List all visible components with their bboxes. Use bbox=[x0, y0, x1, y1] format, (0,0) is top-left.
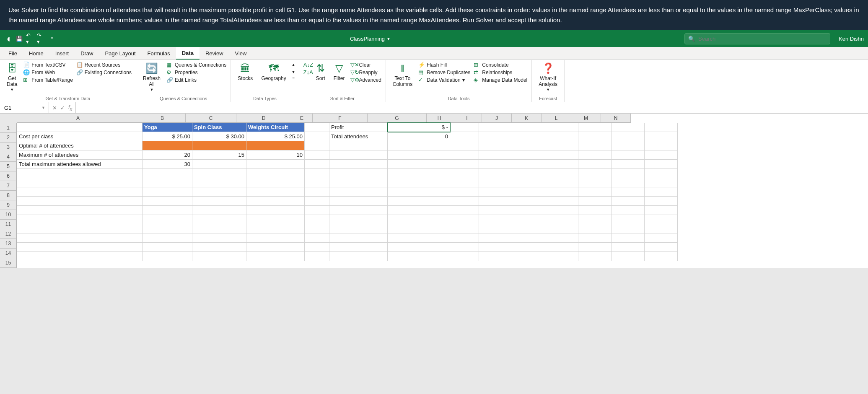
cell[interactable] bbox=[645, 197, 678, 206]
cell[interactable] bbox=[512, 150, 545, 160]
cell[interactable] bbox=[512, 141, 545, 150]
cell[interactable] bbox=[305, 233, 329, 243]
row-header[interactable]: 15 bbox=[0, 258, 17, 268]
cell[interactable] bbox=[479, 187, 512, 197]
tab-view[interactable]: View bbox=[229, 48, 253, 59]
cell[interactable] bbox=[192, 215, 246, 224]
cell[interactable] bbox=[645, 178, 678, 187]
flash-fill-button[interactable]: ⚡Flash Fill bbox=[418, 62, 470, 68]
datatype-down-icon[interactable]: ▾ bbox=[292, 69, 295, 75]
cell[interactable] bbox=[578, 178, 611, 187]
cell[interactable] bbox=[143, 233, 192, 243]
cell[interactable] bbox=[388, 252, 450, 261]
cell[interactable] bbox=[329, 169, 388, 178]
cell[interactable]: Weights Circuit bbox=[246, 123, 305, 132]
cell[interactable] bbox=[388, 197, 450, 206]
clear-filter-button[interactable]: ▽✕Clear bbox=[350, 62, 381, 68]
cell[interactable] bbox=[305, 178, 329, 187]
cell[interactable] bbox=[611, 206, 645, 215]
name-box[interactable]: ▼ bbox=[0, 102, 49, 113]
cell[interactable] bbox=[246, 206, 305, 215]
cell[interactable] bbox=[479, 243, 512, 252]
cell[interactable] bbox=[545, 123, 578, 132]
cell[interactable] bbox=[17, 252, 143, 261]
refresh-all-button[interactable]: 🔄 Refresh All ▼ bbox=[140, 62, 163, 93]
cell[interactable] bbox=[645, 243, 678, 252]
relationships-button[interactable]: ⇄Relationships bbox=[474, 69, 527, 75]
consolidate-button[interactable]: ⊞Consolidate bbox=[474, 62, 527, 68]
cell[interactable] bbox=[305, 187, 329, 197]
fx-icon[interactable]: fx bbox=[68, 104, 72, 111]
cell[interactable] bbox=[450, 243, 479, 252]
cell[interactable] bbox=[305, 224, 329, 233]
cell[interactable] bbox=[512, 123, 545, 132]
cell[interactable] bbox=[578, 215, 611, 224]
datatype-more-icon[interactable]: ⁼ bbox=[292, 76, 295, 82]
cell[interactable] bbox=[479, 252, 512, 261]
cell[interactable] bbox=[388, 150, 450, 160]
cell[interactable] bbox=[450, 141, 479, 150]
cell[interactable] bbox=[479, 178, 512, 187]
filter-button[interactable]: ▽ Filter bbox=[331, 62, 347, 82]
cell[interactable] bbox=[329, 160, 388, 169]
cell[interactable] bbox=[645, 160, 678, 169]
cell[interactable] bbox=[512, 197, 545, 206]
cell[interactable] bbox=[545, 215, 578, 224]
cell[interactable] bbox=[305, 215, 329, 224]
sort-az-button[interactable]: A↓Z bbox=[303, 62, 310, 68]
column-header[interactable]: J bbox=[482, 114, 512, 123]
cell[interactable] bbox=[512, 243, 545, 252]
cell[interactable] bbox=[143, 215, 192, 224]
cell[interactable] bbox=[578, 169, 611, 178]
cell[interactable] bbox=[329, 215, 388, 224]
cell[interactable] bbox=[192, 178, 246, 187]
cell[interactable] bbox=[645, 141, 678, 150]
cell[interactable] bbox=[479, 197, 512, 206]
sort-button[interactable]: ⇅ Sort bbox=[314, 62, 328, 82]
cell[interactable] bbox=[450, 224, 479, 233]
cell[interactable] bbox=[388, 233, 450, 243]
document-name[interactable]: ClassPlanning▼ bbox=[65, 36, 676, 42]
cell[interactable] bbox=[545, 169, 578, 178]
cell[interactable] bbox=[143, 206, 192, 215]
cell[interactable] bbox=[305, 197, 329, 206]
from-table-range-button[interactable]: ⊞From Table/Range bbox=[23, 77, 73, 83]
cell[interactable] bbox=[388, 141, 450, 150]
cell[interactable] bbox=[479, 123, 512, 132]
cell[interactable] bbox=[645, 150, 678, 160]
cell[interactable] bbox=[578, 187, 611, 197]
cell[interactable] bbox=[329, 150, 388, 160]
cell[interactable] bbox=[246, 197, 305, 206]
cell[interactable] bbox=[578, 197, 611, 206]
cell[interactable] bbox=[329, 197, 388, 206]
tab-insert[interactable]: Insert bbox=[49, 48, 75, 59]
cell[interactable] bbox=[450, 178, 479, 187]
cell[interactable] bbox=[611, 197, 645, 206]
cell[interactable]: 20 bbox=[143, 150, 192, 160]
row-header[interactable]: 10 bbox=[0, 210, 17, 220]
column-header[interactable]: G bbox=[368, 114, 427, 123]
cell[interactable]: Total attendees bbox=[329, 132, 388, 141]
cell[interactable] bbox=[143, 252, 192, 261]
cell[interactable] bbox=[578, 141, 611, 150]
cell[interactable] bbox=[479, 160, 512, 169]
cell[interactable]: Maximum # of attendees bbox=[17, 150, 143, 160]
cell[interactable] bbox=[246, 215, 305, 224]
row-header[interactable]: 11 bbox=[0, 220, 17, 229]
cell[interactable] bbox=[450, 215, 479, 224]
cell[interactable] bbox=[545, 197, 578, 206]
row-header[interactable]: 12 bbox=[0, 229, 17, 239]
cell[interactable]: Total maximum attendees allowed bbox=[17, 160, 143, 169]
cell[interactable] bbox=[645, 224, 678, 233]
cell[interactable] bbox=[388, 169, 450, 178]
cell[interactable] bbox=[512, 215, 545, 224]
cell[interactable] bbox=[305, 141, 329, 150]
cell[interactable] bbox=[246, 187, 305, 197]
cell[interactable] bbox=[545, 132, 578, 141]
row-header[interactable]: 3 bbox=[0, 143, 17, 152]
cell[interactable] bbox=[479, 132, 512, 141]
cell[interactable]: $ 25.00 bbox=[246, 132, 305, 141]
from-web-button[interactable]: 🌐From Web bbox=[23, 69, 73, 75]
cell[interactable] bbox=[246, 252, 305, 261]
cell[interactable] bbox=[388, 160, 450, 169]
